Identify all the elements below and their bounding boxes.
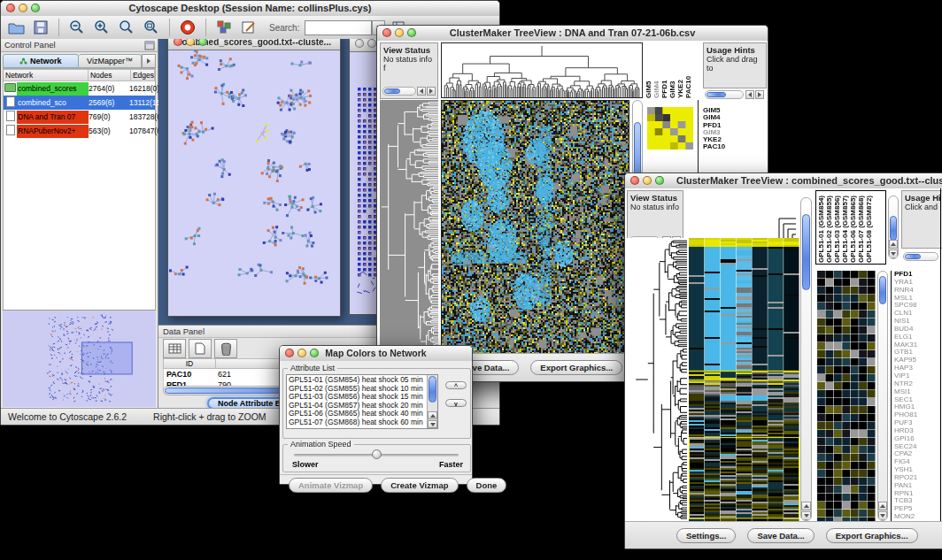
- list-vscrollbar[interactable]: [427, 375, 437, 428]
- minimize-button[interactable]: [367, 39, 376, 48]
- vscroll-thumb[interactable]: [429, 376, 436, 403]
- close-button[interactable]: [630, 176, 639, 185]
- network-table-row[interactable]: RNAPuberNov2+563(0)107847(0): [4, 124, 155, 138]
- attribute-item[interactable]: GPL51-07 (GSM868) heat shock 60 min: [289, 418, 436, 427]
- close-button[interactable]: [382, 28, 391, 37]
- new-attribute-icon[interactable]: [189, 339, 212, 358]
- vscroll-thumb[interactable]: [879, 276, 886, 304]
- zoom-in-icon[interactable]: [92, 19, 112, 36]
- tv2-zoom-heatmap-canvas[interactable]: [817, 271, 876, 521]
- search-input[interactable]: [305, 20, 372, 35]
- hscroll-thumb[interactable]: [706, 92, 726, 97]
- dialog-titlebar[interactable]: Map Colors to Network: [280, 346, 472, 362]
- col-edges[interactable]: Edges: [131, 69, 155, 81]
- scroll-up-button[interactable]: [801, 502, 811, 510]
- minimize-button[interactable]: [19, 4, 27, 12]
- id-column-header[interactable]: ID: [163, 358, 216, 369]
- tv1-row-label[interactable]: PAC10: [703, 143, 738, 150]
- network-view-canvas[interactable]: [169, 50, 339, 314]
- tv1-action-button[interactable]: Export Graphics...: [530, 360, 622, 375]
- minimize-button[interactable]: [395, 28, 404, 37]
- move-up-button[interactable]: ^: [445, 381, 467, 389]
- vscroll-thumb[interactable]: [802, 214, 810, 290]
- tv1-column-label[interactable]: PAC10: [684, 46, 692, 98]
- tv2-heatmap-canvas[interactable]: [689, 238, 799, 521]
- scroll-down-button[interactable]: [428, 420, 437, 428]
- network-table-row[interactable]: combined_scores2764(0)16218(0): [4, 81, 155, 96]
- minimize-button[interactable]: [186, 39, 195, 46]
- float-panel-icon[interactable]: [144, 41, 155, 50]
- close-button[interactable]: [6, 4, 15, 12]
- scroll-left-button[interactable]: [745, 90, 754, 99]
- vizmapper-icon[interactable]: [214, 19, 234, 36]
- speed-slider-thumb[interactable]: [372, 449, 382, 459]
- scroll-up-button[interactable]: [889, 240, 898, 249]
- tv1-status-hscrollbar[interactable]: [382, 87, 416, 96]
- scroll-left-button[interactable]: [417, 87, 426, 96]
- scroll-down-button[interactable]: [878, 511, 887, 520]
- tv2-vscrollbar[interactable]: [800, 197, 812, 521]
- tv1-column-label[interactable]: GIM4: [652, 46, 660, 98]
- tv2-column-label[interactable]: GPL51-08 (GSM872): [865, 192, 873, 263]
- tab-overflow-button[interactable]: [142, 54, 156, 68]
- save-icon[interactable]: [31, 19, 50, 36]
- col-nodes[interactable]: Nodes: [89, 69, 131, 81]
- minimize-button[interactable]: [643, 176, 652, 185]
- zoom-button[interactable]: [198, 39, 207, 46]
- tv1-correlation-matrix-canvas[interactable]: [647, 107, 693, 150]
- gene-label[interactable]: MON2: [894, 513, 940, 521]
- zoom-button[interactable]: [31, 4, 40, 12]
- network-name[interactable]: combined_scores: [17, 82, 89, 96]
- close-button[interactable]: [174, 39, 182, 46]
- zoom-button[interactable]: [407, 28, 416, 37]
- network-name[interactable]: combined_sco: [17, 96, 89, 110]
- zoom-fit-icon[interactable]: [117, 19, 136, 36]
- treeview2-titlebar[interactable]: ClusterMaker TreeView : combined_scores_…: [625, 173, 942, 189]
- zoom-out-icon[interactable]: [67, 19, 87, 36]
- scroll-right-button[interactable]: [427, 87, 436, 96]
- network-name[interactable]: RNAPuberNov2+: [17, 125, 89, 138]
- scroll-down-button[interactable]: [889, 249, 898, 258]
- minimize-button[interactable]: [297, 349, 306, 357]
- delete-attribute-trash-icon[interactable]: [214, 339, 237, 358]
- zoom-button[interactable]: [310, 349, 319, 357]
- tv2-action-button[interactable]: Export Graphics...: [826, 528, 918, 543]
- tv1-hints-hscrollbar[interactable]: [705, 90, 744, 99]
- close-button[interactable]: [285, 349, 294, 357]
- annotation-icon[interactable]: [239, 19, 259, 36]
- tv2-column-label[interactable]: GPL51-01 (GSM854): [817, 192, 825, 263]
- tv1-heatmap-canvas[interactable]: [441, 100, 629, 355]
- tv1-column-label[interactable]: YKE2: [676, 46, 684, 98]
- hscroll-thumb[interactable]: [384, 88, 400, 94]
- dialog-action-button[interactable]: Animate Vizmap: [289, 478, 373, 493]
- tv2-action-button[interactable]: Settings...: [676, 528, 736, 543]
- birdseye-canvas[interactable]: [3, 311, 155, 407]
- tv2-top-dendrogram-canvas[interactable]: [687, 188, 798, 238]
- network-table-row[interactable]: combined_sco2569(6)13112(15): [4, 96, 155, 110]
- move-down-button[interactable]: v: [445, 399, 467, 407]
- scroll-down-button[interactable]: [801, 511, 811, 520]
- tab-network[interactable]: Network: [3, 54, 79, 68]
- tv2-collabel-vscrollbar[interactable]: [888, 196, 899, 259]
- tv2-row-dendrogram-canvas[interactable]: [627, 238, 687, 521]
- tv2-action-button[interactable]: Save Data...: [747, 528, 814, 543]
- attribute-select-icon[interactable]: [163, 339, 186, 358]
- col-network[interactable]: Network: [4, 69, 89, 81]
- window-controls[interactable]: [6, 4, 40, 12]
- tv2-column-label[interactable]: GPL51-03 (GSM856): [833, 192, 841, 263]
- zoom-button[interactable]: [655, 176, 664, 185]
- scroll-up-button[interactable]: [878, 502, 887, 510]
- tv2-column-label[interactable]: GPL51-07 (GSM868): [857, 192, 865, 263]
- tv1-row-dendrogram-canvas[interactable]: [380, 100, 438, 355]
- tv1-top-dendrogram-canvas[interactable]: [441, 42, 643, 98]
- network-name[interactable]: DNA and Tran 07: [17, 111, 89, 124]
- tv2-zoom-vscrollbar[interactable]: [877, 271, 888, 521]
- dialog-action-button[interactable]: Done: [467, 478, 507, 493]
- dialog-action-button[interactable]: Create Vizmap: [381, 478, 458, 493]
- tv2-column-label[interactable]: GPL51-06 (GSM865): [849, 192, 857, 263]
- tv2-column-label[interactable]: GPL51-04 (GSM857): [841, 192, 849, 263]
- tv2-column-label[interactable]: GPL51-02 (GSM855): [825, 192, 833, 263]
- scroll-up-button[interactable]: [428, 411, 437, 419]
- treeview1-titlebar[interactable]: ClusterMaker TreeView : DNA and Tran 07-…: [377, 26, 768, 42]
- vscroll-thumb[interactable]: [890, 216, 897, 241]
